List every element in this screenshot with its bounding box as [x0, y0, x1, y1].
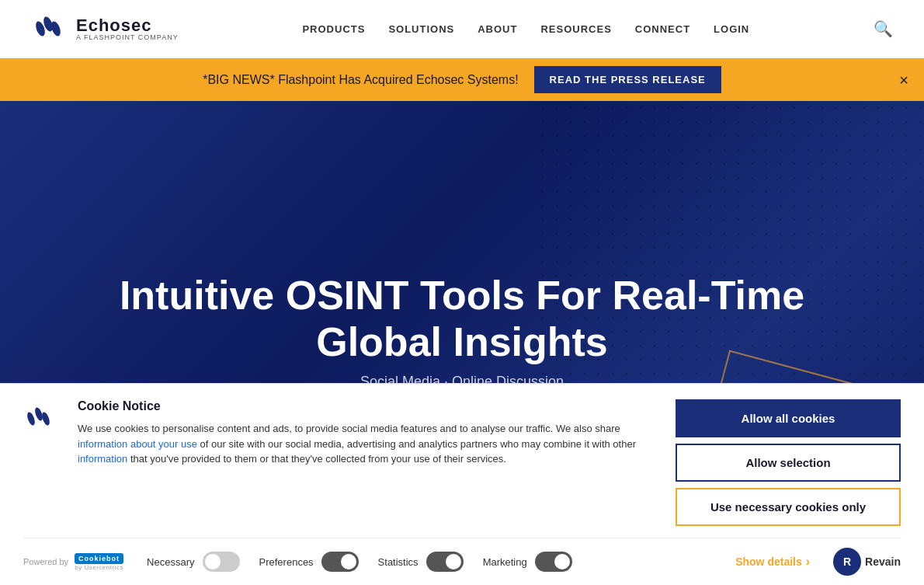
- revain-icon: R: [833, 548, 861, 576]
- cookie-buttons: Allow all cookies Allow selection Use ne…: [676, 399, 901, 526]
- cookie-body: Cookie Notice We use cookies to personal…: [78, 399, 652, 526]
- toggle-marketing-label: Marketing: [483, 556, 527, 568]
- toggle-necessary-label: Necessary: [147, 556, 194, 568]
- toggle-marketing-knob: [554, 554, 570, 569]
- show-details-arrow-icon: ›: [806, 555, 810, 569]
- allow-all-cookies-button[interactable]: Allow all cookies: [676, 399, 901, 437]
- svg-point-3: [26, 411, 36, 427]
- nav-item-products[interactable]: PRODUCTS: [302, 23, 365, 35]
- nav-item-about[interactable]: ABOUT: [478, 23, 517, 35]
- cookie-logo: [23, 399, 54, 526]
- toggle-necessary-switch[interactable]: [203, 552, 240, 572]
- toggle-preferences-knob: [341, 554, 356, 569]
- revain-text: Revain: [865, 555, 901, 568]
- allow-selection-button[interactable]: Allow selection: [676, 444, 901, 482]
- toggle-marketing: Marketing: [483, 552, 572, 572]
- cookie-logo-icon: [23, 403, 54, 440]
- banner-text: *BIG NEWS* Flashpoint Has Acquired Echos…: [203, 73, 518, 87]
- use-necessary-cookies-button[interactable]: Use necessary cookies only: [676, 488, 901, 526]
- nav-item-resources[interactable]: RESOURCES: [540, 23, 611, 35]
- toggle-preferences-switch[interactable]: [321, 552, 359, 572]
- press-release-button[interactable]: READ THE PRESS RELEASE: [534, 66, 721, 93]
- toggle-preferences: Preferences: [259, 552, 359, 572]
- show-details-button[interactable]: Show details ›: [735, 555, 810, 569]
- logo-name: Echosec: [76, 17, 179, 34]
- banner-close-button[interactable]: ×: [899, 71, 908, 89]
- search-icon[interactable]: 🔍: [874, 19, 893, 38]
- logo-text: Echosec A FLASHPOINT COMPANY: [76, 17, 179, 41]
- main-nav: PRODUCTS SOLUTIONS ABOUT RESOURCES CONNE…: [302, 23, 749, 35]
- cookie-footer: Powered by Cookiebot by Usercentrics Nec…: [23, 538, 901, 585]
- announcement-banner: *BIG NEWS* Flashpoint Has Acquired Echos…: [0, 58, 924, 101]
- toggle-statistics-label: Statistics: [378, 556, 419, 568]
- cookiebot-sub: by Usercentrics: [75, 564, 123, 571]
- logo-sub: A FLASHPOINT COMPANY: [76, 34, 179, 41]
- cookie-main-content: Cookie Notice We use cookies to personal…: [23, 399, 901, 538]
- nav-item-solutions[interactable]: SOLUTIONS: [388, 23, 454, 35]
- nav-item-connect[interactable]: CONNECT: [635, 23, 690, 35]
- toggle-marketing-switch[interactable]: [535, 552, 572, 572]
- toggle-statistics-knob: [446, 554, 461, 569]
- cookie-text: We use cookies to personalise content an…: [78, 421, 652, 467]
- nav-item-login[interactable]: LOGIN: [714, 23, 749, 35]
- logo[interactable]: Echosec A FLASHPOINT COMPANY: [31, 12, 179, 47]
- cookiebot-branding: Powered by Cookiebot by Usercentrics: [23, 553, 123, 571]
- toggle-necessary: Necessary: [147, 552, 239, 572]
- cookie-text-highlight2: information: [78, 453, 127, 465]
- cookie-title: Cookie Notice: [78, 399, 652, 413]
- cookie-toggles: Necessary Preferences Statistics Marketi…: [147, 552, 810, 572]
- toggle-statistics: Statistics: [378, 552, 464, 572]
- toggle-statistics-switch[interactable]: [426, 552, 464, 572]
- toggle-necessary-knob: [205, 554, 221, 569]
- show-details-label: Show details: [735, 555, 802, 568]
- cookie-notice: Cookie Notice We use cookies to personal…: [0, 383, 924, 585]
- powered-by-label: Powered by: [23, 557, 68, 566]
- toggle-preferences-label: Preferences: [259, 556, 314, 568]
- cookiebot-logo-box: Cookiebot: [75, 553, 123, 564]
- header: Echosec A FLASHPOINT COMPANY PRODUCTS SO…: [0, 0, 924, 58]
- cookiebot-logo: Cookiebot by Usercentrics: [75, 553, 123, 571]
- cookie-text-highlight: information about your use: [78, 438, 197, 450]
- revain-branding: R Revain: [833, 548, 901, 576]
- hero-title: Intuitive OSINT Tools For Real-Time Glob…: [62, 273, 862, 366]
- logo-icon: [31, 12, 70, 47]
